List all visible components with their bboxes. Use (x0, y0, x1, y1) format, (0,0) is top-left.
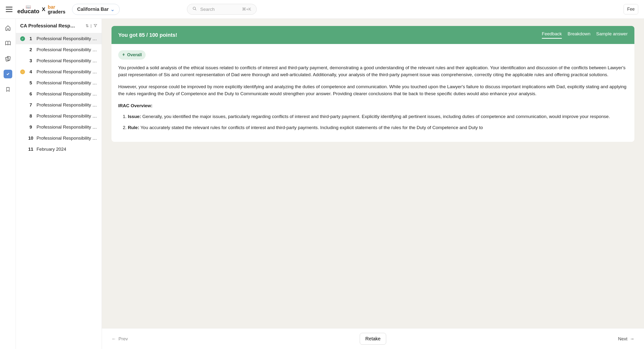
question-title: Professional Responsibility 5 - Q... (36, 114, 97, 119)
question-number: 8 (28, 114, 34, 119)
logo[interactable]: 📖 educato X bar graders (17, 4, 65, 14)
question-number: 3 (28, 58, 34, 64)
cards-icon[interactable] (4, 54, 12, 63)
question-sidebar: CA Professional Responsibi... ⇅ | ✓1Prof… (16, 19, 102, 349)
question-number: 1 (28, 36, 34, 41)
logo-text-right-top: bar (48, 4, 65, 9)
question-title: Professional Responsibility 8 - ... (36, 136, 97, 141)
feedback-para-2: However, your response could be improved… (118, 84, 628, 97)
question-row[interactable]: 7Professional Responsibility 1a - ... (16, 100, 102, 110)
home-icon[interactable] (4, 24, 12, 32)
sort-icon[interactable]: ⇅ (86, 24, 89, 28)
search-placeholder: Search (200, 7, 238, 12)
arrow-right-icon: → (630, 336, 634, 342)
question-row[interactable]: 10Professional Responsibility 8 - ... (16, 133, 102, 144)
question-row[interactable]: 9Professional Responsibility 3 - Q... (16, 122, 102, 133)
arrow-left-icon: ← (112, 336, 116, 342)
svg-line-1 (195, 9, 196, 10)
question-title: Professional Responsibility 2 - Q... (36, 58, 97, 64)
question-number: 5 (28, 80, 34, 86)
footer-nav: ← Prev Retake Next → (102, 328, 644, 349)
question-row[interactable]: 6Professional Responsibility 12 - ... (16, 88, 102, 100)
question-number: 11 (28, 146, 34, 152)
irac-list: Issue: Generally, you identified the maj… (118, 113, 628, 131)
irac-lead: Issue: (128, 114, 141, 119)
question-row[interactable]: 8Professional Responsibility 5 - Q... (16, 110, 102, 122)
question-title: February 2024 (36, 146, 97, 152)
tab-breakdown[interactable]: Breakdown (568, 31, 590, 39)
feedback-button[interactable]: Fee (624, 4, 638, 14)
main-panel: You got 85 / 100 points! Feedback Breakd… (102, 19, 644, 349)
jurisdiction-dropdown[interactable]: California Bar ⌄ (72, 4, 120, 15)
search-icon (192, 6, 197, 12)
sidebar-title: CA Professional Responsibi... (20, 23, 78, 28)
question-number: 10 (28, 136, 34, 141)
prev-button[interactable]: ← Prev (112, 336, 128, 342)
score-text: You got 85 / 100 points! (118, 32, 177, 38)
question-row[interactable]: –4Professional Responsibility 6 - Q... (16, 66, 102, 78)
question-number: 7 (28, 102, 34, 108)
question-title: Professional Responsibility 1a - ... (36, 102, 97, 108)
irac-text: You accurately stated the relevant rules… (139, 125, 483, 130)
empty-status-icon (20, 58, 25, 63)
logo-x: X (42, 6, 46, 12)
empty-status-icon (20, 136, 25, 140)
question-title: Professional Responsibility 12 - ... (36, 91, 97, 96)
filter-icon[interactable] (94, 24, 97, 28)
question-row[interactable]: 3Professional Responsibility 2 - Q... (16, 55, 102, 66)
empty-status-icon (20, 147, 25, 152)
tab-sample[interactable]: Sample answer (596, 31, 628, 39)
question-title: Professional Responsibility 13 - ... (36, 80, 97, 86)
logo-text-right-bot: graders (48, 9, 65, 14)
empty-status-icon (20, 125, 25, 130)
question-number: 2 (28, 47, 34, 52)
question-row[interactable]: 5Professional Responsibility 13 - ... (16, 78, 102, 88)
bookmark-icon[interactable] (4, 85, 12, 94)
search-input[interactable]: Search ⌘+K (187, 4, 257, 15)
tab-feedback[interactable]: Feedback (542, 31, 562, 39)
feedback-para-1: You provided a solid analysis of the eth… (118, 64, 628, 78)
book-icon[interactable] (4, 39, 12, 48)
next-button[interactable]: Next → (618, 336, 634, 342)
question-title: Professional Responsibility 6 - Q... (36, 69, 97, 74)
search-shortcut: ⌘+K (242, 7, 251, 12)
jurisdiction-label: California Bar (77, 6, 108, 12)
question-row[interactable]: 11February 2024 (16, 144, 102, 155)
retake-button[interactable]: Retake (360, 333, 386, 345)
question-number: 4 (28, 69, 34, 74)
question-row[interactable]: ✓1Professional Responsibility 4 - ... (16, 33, 102, 44)
question-title: Professional Responsibility 4 - ... (36, 36, 97, 41)
empty-status-icon (20, 103, 25, 108)
irac-title: IRAC Overview: (118, 102, 628, 109)
empty-status-icon (20, 114, 25, 118)
irac-item: Rule: You accurately stated the relevant… (128, 124, 628, 131)
question-row[interactable]: 2Professional Responsibility 11 - ... (16, 44, 102, 55)
menu-toggle[interactable] (6, 7, 12, 12)
empty-status-icon (20, 80, 25, 85)
svg-point-0 (193, 7, 196, 10)
empty-status-icon (20, 92, 25, 96)
result-tabs: Feedback Breakdown Sample answer (542, 31, 628, 39)
topbar: 📖 educato X bar graders California Bar ⌄… (0, 0, 644, 19)
empty-status-icon (20, 47, 25, 52)
logo-text-left: educato (17, 8, 40, 14)
overall-label: Overall (127, 52, 142, 58)
irac-text: Generally, you identified the major issu… (141, 114, 610, 119)
question-number: 9 (28, 124, 34, 130)
overall-pill: ⚘ Overall (118, 50, 146, 60)
question-title: Professional Responsibility 11 - ... (36, 47, 97, 52)
check-icon[interactable] (4, 70, 12, 78)
result-card: You got 85 / 100 points! Feedback Breakd… (112, 26, 634, 142)
irac-item: Issue: Generally, you identified the maj… (128, 113, 628, 120)
check-circle-icon: ✓ (20, 36, 25, 41)
irac-lead: Rule: (128, 125, 139, 130)
left-rail (0, 19, 16, 349)
tree-icon: ⚘ (122, 52, 125, 58)
question-title: Professional Responsibility 3 - Q... (36, 124, 97, 130)
question-list: ✓1Professional Responsibility 4 - ...2Pr… (16, 33, 102, 349)
partial-circle-icon: – (20, 70, 25, 74)
question-number: 6 (28, 91, 34, 96)
chevron-down-icon: ⌄ (110, 6, 114, 12)
